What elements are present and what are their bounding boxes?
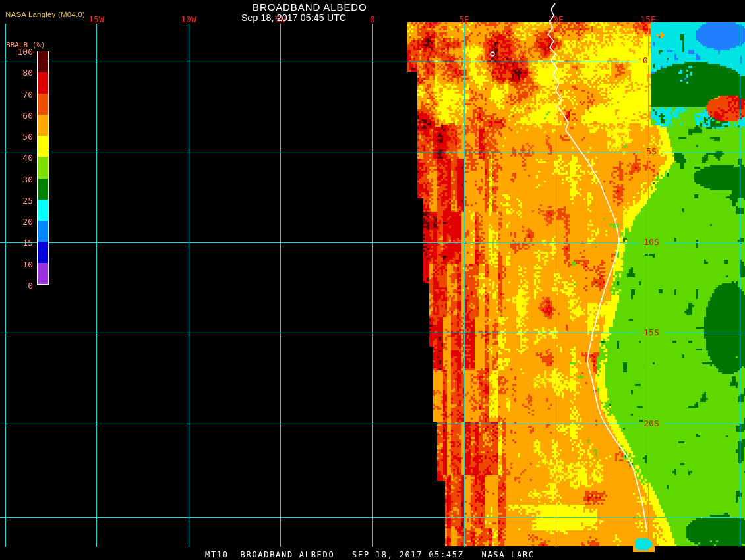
legend-tick-70: 70: [3, 91, 33, 99]
lon-label-15W: 15W: [88, 16, 104, 24]
lat-label-20S: 20S: [643, 420, 659, 428]
lon-label-0: 0: [370, 16, 375, 24]
timestamp-subtitle: Sep 18, 2017 05:45 UTC: [241, 13, 346, 23]
legend-tick-40: 40: [3, 154, 33, 162]
legend-segment-1: [38, 72, 48, 94]
legend-segment-10: [38, 263, 48, 284]
lat-label-0: 0: [643, 57, 648, 65]
albedo-map-canvas: [0, 0, 745, 560]
lat-label-10S: 10S: [643, 238, 659, 246]
legend-segment-6: [38, 179, 48, 200]
legend-segment-5: [38, 157, 48, 178]
legend-tick-50: 50: [3, 133, 33, 141]
lat-label-5S: 5S: [646, 148, 657, 155]
legend-segment-7: [38, 200, 48, 221]
lat-label-15S: 15S: [643, 329, 659, 337]
legend-tick-10: 10: [3, 261, 33, 269]
legend-segment-3: [38, 115, 48, 136]
page-title: BROADBAND ALBEDO: [253, 1, 367, 13]
legend-segment-9: [38, 242, 48, 263]
legend-segment-4: [38, 136, 48, 157]
lon-label-10W: 10W: [181, 16, 196, 24]
legend-tick-80: 80: [3, 69, 33, 77]
legend-tick-60: 60: [3, 112, 33, 120]
legend-segment-8: [38, 221, 48, 242]
legend-colorbar: [37, 51, 49, 285]
albedo-map-screen: NASA Langley (M04.0) BROADBAND ALBEDO Se…: [0, 0, 745, 560]
lon-label-10E: 10E: [548, 16, 563, 24]
source-label: NASA Langley (M04.0): [5, 11, 85, 18]
lon-label-5E: 5E: [459, 16, 469, 24]
legend-tick-30: 30: [3, 176, 33, 184]
legend-segment-2: [38, 94, 48, 115]
legend-segment-0: [38, 51, 48, 72]
legend-tick-25: 25: [3, 197, 33, 205]
legend-tick-20: 20: [3, 218, 33, 226]
footer-caption: MT10 BROADBAND ALBEDO SEP 18, 2017 05:45…: [205, 551, 535, 559]
legend-tick-15: 15: [3, 239, 33, 247]
lon-label-15E: 15E: [640, 16, 655, 24]
legend-tick-100: 100: [3, 48, 33, 56]
legend-tick-0: 0: [3, 282, 33, 290]
